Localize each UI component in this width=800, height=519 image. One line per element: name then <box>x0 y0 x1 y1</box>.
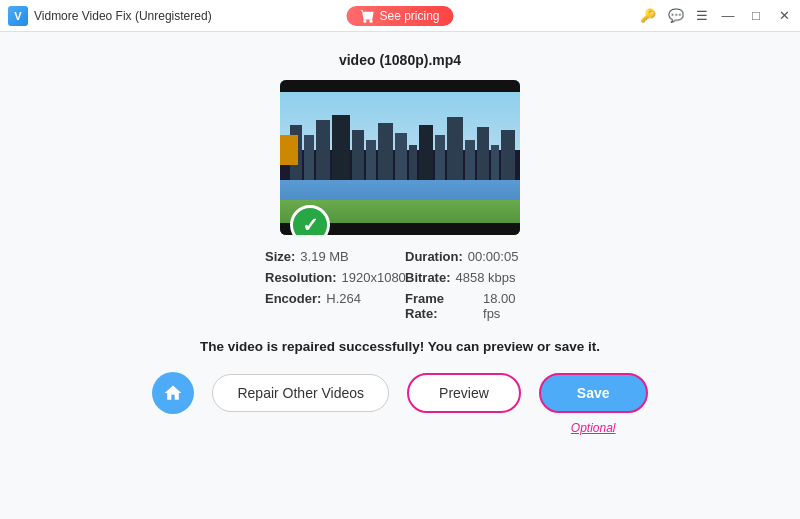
cart-icon <box>360 9 374 23</box>
resolution-label: Resolution: <box>265 270 337 285</box>
title-bar: V Vidmore Video Fix (Unregistered) See p… <box>0 0 800 32</box>
resolution-value: 1920x1080 <box>342 270 406 285</box>
video-info: Size: 3.19 MB Duration: 00:00:05 Resolut… <box>265 249 535 321</box>
key-icon[interactable]: 🔑 <box>640 8 656 23</box>
encoder-row: Encoder: H.264 <box>265 291 395 321</box>
repair-other-videos-button[interactable]: Repair Other Videos <box>212 374 389 412</box>
framerate-label: Frame Rate: <box>405 291 478 321</box>
main-content: video (1080p).mp4 <box>0 32 800 519</box>
encoder-label: Encoder: <box>265 291 321 321</box>
preview-button[interactable]: Preview <box>407 373 521 413</box>
app-title: Vidmore Video Fix (Unregistered) <box>34 9 212 23</box>
title-bar-right: 🔑 💬 ☰ — □ ✕ <box>640 8 792 23</box>
video-title: video (1080p).mp4 <box>339 52 461 68</box>
app-icon: V <box>8 6 28 26</box>
home-button[interactable] <box>152 372 194 414</box>
see-pricing-label: See pricing <box>379 9 439 23</box>
success-message: The video is repaired successfully! You … <box>200 339 600 354</box>
bitrate-value: 4858 kbps <box>456 270 516 285</box>
encoder-value: H.264 <box>326 291 361 321</box>
home-icon <box>163 383 183 403</box>
video-artifact <box>280 135 298 165</box>
menu-icon[interactable]: ☰ <box>696 8 708 23</box>
title-bar-left: V Vidmore Video Fix (Unregistered) <box>8 6 212 26</box>
see-pricing-button[interactable]: See pricing <box>346 6 453 26</box>
size-value: 3.19 MB <box>300 249 348 264</box>
repair-other-videos-label: Repair Other Videos <box>237 385 364 401</box>
save-button[interactable]: Save <box>539 373 648 413</box>
duration-value: 00:00:05 <box>468 249 519 264</box>
duration-row: Duration: 00:00:05 <box>405 249 535 264</box>
message-icon[interactable]: 💬 <box>668 8 684 23</box>
action-bar: Repair Other Videos Preview Save Optiona… <box>152 372 647 414</box>
size-label: Size: <box>265 249 295 264</box>
bitrate-label: Bitrate: <box>405 270 451 285</box>
size-row: Size: 3.19 MB <box>265 249 395 264</box>
duration-label: Duration: <box>405 249 463 264</box>
optional-label: Optional <box>571 421 616 435</box>
close-button[interactable]: ✕ <box>776 8 792 23</box>
video-thumbnail-container: ✓ <box>280 80 520 235</box>
bitrate-row: Bitrate: 4858 kbps <box>405 270 535 285</box>
preview-label: Preview <box>439 385 489 401</box>
save-label: Save <box>577 385 610 401</box>
maximize-button[interactable]: □ <box>748 8 764 23</box>
framerate-value: 18.00 fps <box>483 291 535 321</box>
minimize-button[interactable]: — <box>720 8 736 23</box>
save-wrapper: Save Optional <box>539 373 648 413</box>
letterbox-top <box>280 80 520 92</box>
resolution-row: Resolution: 1920x1080 <box>265 270 395 285</box>
preview-wrapper: Preview <box>407 373 521 413</box>
framerate-row: Frame Rate: 18.00 fps <box>405 291 535 321</box>
title-bar-center: See pricing <box>346 6 453 26</box>
